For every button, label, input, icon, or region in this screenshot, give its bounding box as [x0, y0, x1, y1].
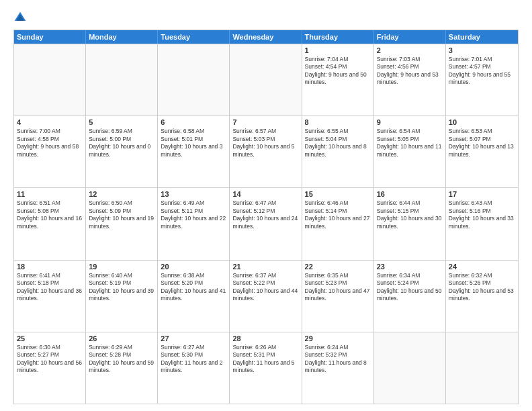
- cell-details: Sunrise: 6:32 AMSunset: 5:26 PMDaylight:…: [449, 272, 515, 303]
- cell-details: Sunrise: 6:27 AMSunset: 5:30 PMDaylight:…: [161, 344, 226, 375]
- cell-details: Sunrise: 6:40 AMSunset: 5:19 PMDaylight:…: [89, 272, 154, 303]
- cell-details: Sunrise: 6:34 AMSunset: 5:24 PMDaylight:…: [377, 272, 443, 303]
- calendar-cell: 17Sunrise: 6:43 AMSunset: 5:16 PMDayligh…: [446, 188, 518, 259]
- cell-details: Sunrise: 6:44 AMSunset: 5:15 PMDaylight:…: [377, 199, 443, 230]
- cell-details: Sunrise: 7:03 AMSunset: 4:56 PMDaylight:…: [377, 56, 443, 87]
- day-number: 29: [305, 334, 371, 342]
- day-number: 22: [305, 263, 371, 271]
- cell-details: Sunrise: 6:53 AMSunset: 5:07 PMDaylight:…: [449, 128, 515, 158]
- cell-details: Sunrise: 6:57 AMSunset: 5:03 PMDaylight:…: [232, 128, 298, 158]
- calendar-cell: 21Sunrise: 6:37 AMSunset: 5:22 PMDayligh…: [230, 261, 302, 332]
- calendar-cell: 10Sunrise: 6:53 AMSunset: 5:07 PMDayligh…: [446, 116, 518, 187]
- calendar-cell: 29Sunrise: 6:24 AMSunset: 5:32 PMDayligh…: [302, 332, 374, 404]
- cell-details: Sunrise: 6:26 AMSunset: 5:31 PMDaylight:…: [232, 344, 298, 375]
- day-number: 1: [305, 46, 371, 54]
- calendar-cell: 5Sunrise: 6:59 AMSunset: 5:00 PMDaylight…: [86, 116, 158, 187]
- cell-details: Sunrise: 6:30 AMSunset: 5:27 PMDaylight:…: [17, 344, 83, 375]
- calendar-row-0: 1Sunrise: 7:04 AMSunset: 4:54 PMDaylight…: [14, 44, 518, 116]
- page: SundayMondayTuesdayWednesdayThursdayFrid…: [0, 0, 532, 411]
- day-number: 20: [161, 263, 226, 271]
- calendar-cell: [374, 332, 446, 404]
- header-day-friday: Friday: [374, 30, 446, 44]
- cell-details: Sunrise: 7:04 AMSunset: 4:54 PMDaylight:…: [305, 56, 371, 87]
- calendar-cell: 15Sunrise: 6:46 AMSunset: 5:14 PMDayligh…: [302, 188, 374, 259]
- calendar-body: 1Sunrise: 7:04 AMSunset: 4:54 PMDaylight…: [14, 44, 518, 404]
- header: [13, 11, 519, 24]
- calendar-cell: 13Sunrise: 6:49 AMSunset: 5:11 PMDayligh…: [158, 188, 230, 259]
- day-number: 23: [377, 263, 443, 271]
- day-number: 7: [232, 118, 298, 126]
- cell-details: Sunrise: 6:46 AMSunset: 5:14 PMDaylight:…: [305, 199, 371, 230]
- calendar-cell: 18Sunrise: 6:41 AMSunset: 5:18 PMDayligh…: [14, 261, 86, 332]
- day-number: 21: [232, 263, 298, 271]
- cell-details: Sunrise: 6:37 AMSunset: 5:22 PMDaylight:…: [232, 272, 298, 303]
- day-number: 17: [449, 190, 515, 198]
- calendar-row-4: 25Sunrise: 6:30 AMSunset: 5:27 PMDayligh…: [14, 332, 518, 404]
- cell-details: Sunrise: 6:38 AMSunset: 5:20 PMDaylight:…: [161, 272, 226, 303]
- day-number: 5: [89, 118, 154, 126]
- calendar-cell: 8Sunrise: 6:55 AMSunset: 5:04 PMDaylight…: [302, 116, 374, 187]
- calendar-cell: 20Sunrise: 6:38 AMSunset: 5:20 PMDayligh…: [158, 261, 230, 332]
- day-number: 12: [89, 190, 154, 198]
- day-number: 3: [449, 46, 515, 54]
- calendar: SundayMondayTuesdayWednesdayThursdayFrid…: [13, 30, 519, 404]
- calendar-cell: 6Sunrise: 6:58 AMSunset: 5:01 PMDaylight…: [158, 116, 230, 187]
- logo-icon: [13, 11, 27, 24]
- day-number: 16: [377, 190, 443, 198]
- cell-details: Sunrise: 6:41 AMSunset: 5:18 PMDaylight:…: [17, 272, 83, 303]
- cell-details: Sunrise: 6:47 AMSunset: 5:12 PMDaylight:…: [232, 199, 298, 230]
- day-number: 10: [449, 118, 515, 126]
- calendar-cell: 12Sunrise: 6:50 AMSunset: 5:09 PMDayligh…: [86, 188, 158, 259]
- header-day-wednesday: Wednesday: [230, 30, 302, 44]
- cell-details: Sunrise: 6:58 AMSunset: 5:01 PMDaylight:…: [161, 128, 226, 158]
- calendar-cell: [86, 44, 158, 116]
- calendar-cell: 3Sunrise: 7:01 AMSunset: 4:57 PMDaylight…: [446, 44, 518, 116]
- calendar-cell: 22Sunrise: 6:35 AMSunset: 5:23 PMDayligh…: [302, 261, 374, 332]
- header-day-thursday: Thursday: [302, 30, 374, 44]
- cell-details: Sunrise: 6:54 AMSunset: 5:05 PMDaylight:…: [377, 128, 443, 158]
- cell-details: Sunrise: 6:55 AMSunset: 5:04 PMDaylight:…: [305, 128, 371, 158]
- cell-details: Sunrise: 6:24 AMSunset: 5:32 PMDaylight:…: [305, 344, 371, 375]
- calendar-cell: [158, 44, 230, 116]
- calendar-cell: 23Sunrise: 6:34 AMSunset: 5:24 PMDayligh…: [374, 261, 446, 332]
- day-number: 24: [449, 263, 515, 271]
- header-day-sunday: Sunday: [14, 30, 86, 44]
- cell-details: Sunrise: 6:43 AMSunset: 5:16 PMDaylight:…: [449, 199, 515, 230]
- cell-details: Sunrise: 6:51 AMSunset: 5:08 PMDaylight:…: [17, 199, 83, 230]
- calendar-cell: 24Sunrise: 6:32 AMSunset: 5:26 PMDayligh…: [446, 261, 518, 332]
- logo: [13, 11, 28, 24]
- cell-details: Sunrise: 6:49 AMSunset: 5:11 PMDaylight:…: [161, 199, 226, 230]
- calendar-cell: 25Sunrise: 6:30 AMSunset: 5:27 PMDayligh…: [14, 332, 86, 404]
- cell-details: Sunrise: 7:01 AMSunset: 4:57 PMDaylight:…: [449, 56, 515, 87]
- cell-details: Sunrise: 6:35 AMSunset: 5:23 PMDaylight:…: [305, 272, 371, 303]
- calendar-cell: 26Sunrise: 6:29 AMSunset: 5:28 PMDayligh…: [86, 332, 158, 404]
- calendar-cell: 16Sunrise: 6:44 AMSunset: 5:15 PMDayligh…: [374, 188, 446, 259]
- day-number: 25: [17, 334, 83, 342]
- day-number: 6: [161, 118, 226, 126]
- day-number: 28: [232, 334, 298, 342]
- day-number: 18: [17, 263, 83, 271]
- day-number: 2: [377, 46, 443, 54]
- cell-details: Sunrise: 6:50 AMSunset: 5:09 PMDaylight:…: [89, 199, 154, 230]
- calendar-cell: 2Sunrise: 7:03 AMSunset: 4:56 PMDaylight…: [374, 44, 446, 116]
- calendar-cell: 11Sunrise: 6:51 AMSunset: 5:08 PMDayligh…: [14, 188, 86, 259]
- cell-details: Sunrise: 6:59 AMSunset: 5:00 PMDaylight:…: [89, 128, 154, 158]
- calendar-cell: [14, 44, 86, 116]
- calendar-cell: 27Sunrise: 6:27 AMSunset: 5:30 PMDayligh…: [158, 332, 230, 404]
- calendar-cell: [446, 332, 518, 404]
- calendar-cell: 9Sunrise: 6:54 AMSunset: 5:05 PMDaylight…: [374, 116, 446, 187]
- day-number: 9: [377, 118, 443, 126]
- calendar-header: SundayMondayTuesdayWednesdayThursdayFrid…: [14, 30, 518, 44]
- day-number: 15: [305, 190, 371, 198]
- calendar-cell: 19Sunrise: 6:40 AMSunset: 5:19 PMDayligh…: [86, 261, 158, 332]
- calendar-cell: 28Sunrise: 6:26 AMSunset: 5:31 PMDayligh…: [230, 332, 302, 404]
- day-number: 13: [161, 190, 226, 198]
- day-number: 8: [305, 118, 371, 126]
- day-number: 19: [89, 263, 154, 271]
- calendar-cell: [230, 44, 302, 116]
- day-number: 11: [17, 190, 83, 198]
- calendar-cell: 7Sunrise: 6:57 AMSunset: 5:03 PMDaylight…: [230, 116, 302, 187]
- calendar-cell: 14Sunrise: 6:47 AMSunset: 5:12 PMDayligh…: [230, 188, 302, 259]
- day-number: 4: [17, 118, 83, 126]
- calendar-cell: 4Sunrise: 7:00 AMSunset: 4:58 PMDaylight…: [14, 116, 86, 187]
